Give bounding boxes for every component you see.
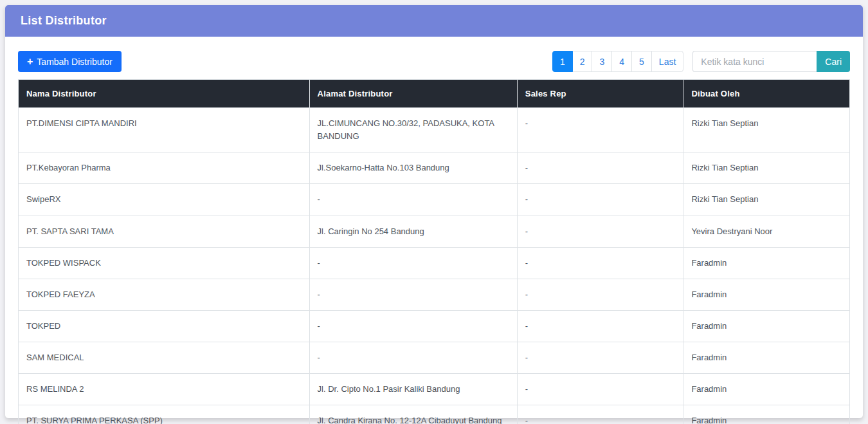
cell-alamat-distributor: - [309,310,517,342]
cell-dibuat-oleh: Faradmin [683,342,850,374]
add-distributor-button[interactable]: + Tambah Distributor [18,51,122,72]
cell-nama-distributor: PT. SAPTA SARI TAMA [19,216,310,247]
pagination: 12345Last [552,51,683,72]
cell-dibuat-oleh: Rizki Tian Septian [683,152,850,184]
card-header: List Distributor [5,5,863,37]
table-body: PT.DIMENSI CIPTA MANDIRI JL.CIMUNCANG NO… [19,108,850,424]
cell-alamat-distributor: - [309,184,517,216]
cell-alamat-distributor: Jl. Dr. Cipto No.1 Pasir Kaliki Bandung [309,374,517,405]
cell-sales-rep: - [517,405,683,424]
cell-nama-distributor: TOKPED FAEYZA [19,279,310,310]
cell-dibuat-oleh: Faradmin [683,405,850,424]
cell-nama-distributor: PT.Kebayoran Pharma [19,152,310,184]
cell-sales-rep: - [517,184,683,216]
cell-nama-distributor: PT.DIMENSI CIPTA MANDIRI [19,108,310,152]
pagination-page-2[interactable]: 2 [572,51,593,72]
search-button[interactable]: Cari [817,51,850,72]
cell-dibuat-oleh: Faradmin [683,279,850,310]
table-row: PT. SAPTA SARI TAMA Jl. Caringin No 254 … [19,216,850,247]
cell-dibuat-oleh: Faradmin [683,310,850,342]
column-header-nama-distributor: Nama Distributor [19,80,310,108]
cell-sales-rep: - [517,152,683,184]
cell-dibuat-oleh: Rizki Tian Septian [683,184,850,216]
table-header: Nama Distributor Alamat Distributor Sale… [19,80,850,108]
table-row: TOKPED WISPACK - - Faradmin [19,247,850,279]
table-row: RS MELINDA 2 Jl. Dr. Cipto No.1 Pasir Ka… [19,374,850,405]
cell-dibuat-oleh: Yevira Destryani Noor [683,216,850,247]
column-header-dibuat-oleh: Dibuat Oleh [683,80,850,108]
cell-alamat-distributor: - [309,279,517,310]
cell-nama-distributor: SAM MEDICAL [19,342,310,374]
cell-nama-distributor: RS MELINDA 2 [19,374,310,405]
cell-sales-rep: - [517,247,683,279]
table-row: TOKPED - - Faradmin [19,310,850,342]
pagination-page-4[interactable]: 4 [611,51,632,72]
cell-alamat-distributor: Jl. Caringin No 254 Bandung [309,216,517,247]
add-distributor-button-label: Tambah Distributor [37,57,113,67]
search-input[interactable] [692,51,817,72]
page-title: List Distributor [21,14,847,28]
pagination-page-last[interactable]: Last [651,51,683,72]
cell-sales-rep: - [517,216,683,247]
cell-sales-rep: - [517,374,683,405]
pagination-page-1[interactable]: 1 [552,51,573,72]
table-row: SAM MEDICAL - - Faradmin [19,342,850,374]
search-group: Cari [692,51,850,72]
column-header-sales-rep: Sales Rep [517,80,683,108]
toolbar: + Tambah Distributor 12345Last Cari [18,51,850,72]
list-distributor-card: List Distributor + Tambah Distributor 12… [5,5,863,418]
table-row: TOKPED FAEYZA - - Faradmin [19,279,850,310]
cell-alamat-distributor: JL.CIMUNCANG NO.30/32, PADASUKA, KOTA BA… [309,108,517,152]
card-body: + Tambah Distributor 12345Last Cari Nama… [5,37,863,424]
cell-nama-distributor: PT. SURYA PRIMA PERKASA (SPP) [19,405,310,424]
plus-icon: + [27,56,33,68]
cell-alamat-distributor: - [309,342,517,374]
cell-sales-rep: - [517,342,683,374]
cell-alamat-distributor: Jl.Soekarno-Hatta No.103 Bandung [309,152,517,184]
cell-nama-distributor: SwipeRX [19,184,310,216]
right-controls: 12345Last Cari [552,51,850,72]
cell-nama-distributor: TOKPED WISPACK [19,247,310,279]
distributor-table: Nama Distributor Alamat Distributor Sale… [18,79,850,424]
table-row: PT.DIMENSI CIPTA MANDIRI JL.CIMUNCANG NO… [19,108,850,152]
cell-nama-distributor: TOKPED [19,310,310,342]
table-row: SwipeRX - - Rizki Tian Septian [19,184,850,216]
column-header-alamat-distributor: Alamat Distributor [309,80,517,108]
pagination-page-5[interactable]: 5 [631,51,652,72]
cell-sales-rep: - [517,279,683,310]
cell-sales-rep: - [517,108,683,152]
cell-dibuat-oleh: Faradmin [683,247,850,279]
cell-sales-rep: - [517,310,683,342]
cell-dibuat-oleh: Rizki Tian Septian [683,108,850,152]
cell-alamat-distributor: Jl. Candra Kirana No. 12-12A Cibaduyut B… [309,405,517,424]
cell-alamat-distributor: - [309,247,517,279]
cell-dibuat-oleh: Faradmin [683,374,850,405]
table-row: PT. SURYA PRIMA PERKASA (SPP) Jl. Candra… [19,405,850,424]
table-row: PT.Kebayoran Pharma Jl.Soekarno-Hatta No… [19,152,850,184]
pagination-page-3[interactable]: 3 [592,51,612,72]
